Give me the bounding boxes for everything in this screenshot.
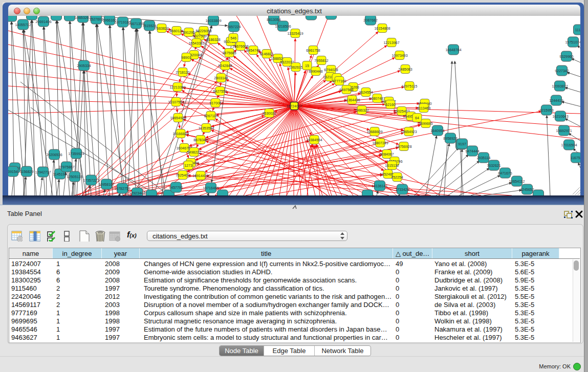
svg-text:2935114: 2935114 <box>477 156 491 160</box>
svg-text:19384554: 19384554 <box>306 138 322 142</box>
svg-text:9242848: 9242848 <box>218 64 232 68</box>
svg-text:98901: 98901 <box>181 56 191 59</box>
svg-text:12505135: 12505135 <box>67 175 82 179</box>
svg-text:9227342: 9227342 <box>555 69 569 73</box>
svg-text:2718120: 2718120 <box>176 71 189 74</box>
svg-text:2803144: 2803144 <box>214 76 228 80</box>
svg-text:8660124: 8660124 <box>169 29 183 33</box>
svg-text:9245652: 9245652 <box>520 188 534 191</box>
svg-text:9457791: 9457791 <box>169 186 183 189</box>
svg-text:8958928: 8958928 <box>443 137 457 140</box>
svg-text:10653267: 10653267 <box>75 16 91 19</box>
svg-text:12923448: 12923448 <box>129 191 145 195</box>
svg-text:1362615: 1362615 <box>289 65 302 69</box>
svg-text:10973493: 10973493 <box>391 54 407 57</box>
svg-text:7632621: 7632621 <box>487 164 500 167</box>
svg-text:546: 546 <box>230 36 236 40</box>
svg-text:16210643: 16210643 <box>552 115 568 118</box>
svg-text:1273: 1273 <box>184 164 192 167</box>
svg-text:11353594: 11353594 <box>199 126 214 130</box>
svg-text:12093872: 12093872 <box>552 84 568 88</box>
svg-text:10688609: 10688609 <box>366 130 382 134</box>
svg-text:1244419: 1244419 <box>549 99 563 102</box>
svg-text:18724007: 18724007 <box>286 104 302 108</box>
svg-text:16648784: 16648784 <box>445 48 461 52</box>
svg-text:12213389: 12213389 <box>169 85 185 89</box>
svg-text:7663822: 7663822 <box>155 27 168 30</box>
svg-text:8678342: 8678342 <box>193 138 207 142</box>
svg-text:16154808: 16154808 <box>374 27 390 30</box>
svg-text:7986322: 7986322 <box>355 108 368 112</box>
svg-text:19654923: 19654923 <box>170 116 186 120</box>
svg-text:2905334: 2905334 <box>77 64 91 68</box>
svg-text:1527602: 1527602 <box>89 17 103 21</box>
svg-text:10654112: 10654112 <box>509 180 525 183</box>
svg-text:26676608: 26676608 <box>232 45 248 48</box>
svg-text:8990448: 8990448 <box>309 70 322 73</box>
svg-text:10958107: 10958107 <box>98 183 114 186</box>
svg-text:1112: 1112 <box>575 28 580 32</box>
svg-text:21364436: 21364436 <box>344 98 360 102</box>
svg-text:6497568: 6497568 <box>339 88 353 92</box>
svg-text:9197: 9197 <box>458 142 466 146</box>
svg-text:15: 15 <box>305 64 309 68</box>
svg-text:19166829: 19166829 <box>172 132 188 136</box>
svg-text:17357223: 17357223 <box>83 179 99 182</box>
svg-text:15692971: 15692971 <box>556 129 572 133</box>
svg-text:20206536: 20206536 <box>46 153 62 157</box>
svg-text:17016504: 17016504 <box>561 143 577 147</box>
svg-text:16782759: 16782759 <box>114 187 130 190</box>
svg-text:7485083: 7485083 <box>398 68 412 71</box>
svg-text:58226058: 58226058 <box>195 29 211 33</box>
svg-text:20691406: 20691406 <box>35 20 51 24</box>
svg-text:9084067: 9084067 <box>380 152 394 156</box>
svg-text:8813054: 8813054 <box>267 18 280 21</box>
svg-text:15751074: 15751074 <box>565 40 580 44</box>
svg-text:116753: 116753 <box>571 156 580 160</box>
svg-text:62160: 62160 <box>385 103 396 106</box>
svg-text:1145194: 1145194 <box>53 172 67 176</box>
svg-text:3875685: 3875685 <box>222 51 236 55</box>
svg-text:10107554: 10107554 <box>168 100 184 104</box>
svg-text:8471676: 8471676 <box>498 171 512 175</box>
svg-text:6961758: 6961758 <box>306 49 320 52</box>
svg-text:19756928: 19756928 <box>396 145 411 148</box>
svg-text:5498222: 5498222 <box>187 150 201 154</box>
svg-text:18807249: 18807249 <box>372 141 388 145</box>
svg-text:12942737: 12942737 <box>35 170 51 174</box>
svg-text:7955812: 7955812 <box>314 59 328 62</box>
svg-text:7857224: 7857224 <box>227 25 241 29</box>
svg-text:917006: 917006 <box>209 101 221 105</box>
svg-text:14055712: 14055712 <box>15 23 31 27</box>
svg-text:7625402: 7625402 <box>176 173 189 177</box>
svg-text:8267110: 8267110 <box>204 114 218 118</box>
svg-text:3215953: 3215953 <box>539 108 553 112</box>
svg-text:1640954: 1640954 <box>430 129 444 133</box>
svg-text:37975867: 37975867 <box>58 165 74 169</box>
svg-text:1156829: 1156829 <box>20 170 34 173</box>
svg-text:15716485: 15716485 <box>203 186 219 190</box>
svg-text:9474444: 9474444 <box>465 149 479 153</box>
svg-text:252254: 252254 <box>391 176 403 179</box>
svg-text:9329966: 9329966 <box>559 55 573 58</box>
svg-text:39154: 39154 <box>8 170 18 173</box>
svg-text:891295: 891295 <box>183 31 194 34</box>
svg-text:8113468: 8113468 <box>417 106 431 110</box>
svg-text:19654923: 19654923 <box>401 130 417 134</box>
svg-text:16543382: 16543382 <box>188 41 204 45</box>
svg-text:17359924: 17359924 <box>68 152 84 156</box>
svg-text:16671355: 16671355 <box>128 22 144 26</box>
svg-text:8186328: 8186328 <box>206 38 220 41</box>
svg-text:9699695: 9699695 <box>419 122 432 125</box>
svg-text:12213967: 12213967 <box>383 41 399 45</box>
svg-text:1733426: 1733426 <box>395 188 409 191</box>
svg-text:2087682: 2087682 <box>363 18 377 22</box>
svg-text:19218506: 19218506 <box>275 25 291 28</box>
svg-text:8454749: 8454749 <box>246 49 260 52</box>
svg-text:16033809: 16033809 <box>205 19 221 23</box>
svg-text:3624554: 3624554 <box>359 91 373 94</box>
svg-text:64: 64 <box>415 116 419 120</box>
svg-text:1615132: 1615132 <box>385 164 399 167</box>
svg-text:2530021: 2530021 <box>262 112 276 115</box>
svg-text:14136141: 14136141 <box>372 184 387 188</box>
